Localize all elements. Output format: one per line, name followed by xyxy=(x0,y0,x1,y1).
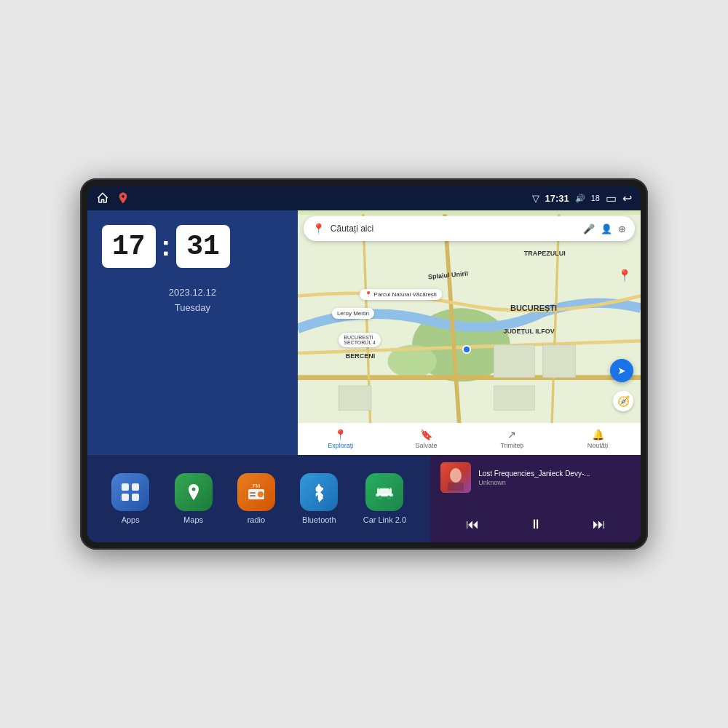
mic-icon[interactable]: 🎤 xyxy=(583,223,595,234)
maps-status-icon[interactable] xyxy=(116,191,130,205)
music-album-art xyxy=(440,462,471,493)
map-search-text: Căutați aici xyxy=(331,223,373,234)
main-content: 17 : 31 2023.12.12 Tuesday xyxy=(87,210,641,455)
park-chip[interactable]: 📍 Parcul Natural Văcărești xyxy=(360,289,442,300)
clock-minutes: 31 xyxy=(176,225,230,268)
home-icon[interactable] xyxy=(96,191,109,205)
bluetooth-label: Bluetooth xyxy=(302,515,336,524)
sector4-chip: BUCUREȘTISECTORUL 4 xyxy=(339,333,381,347)
leroy-chip[interactable]: Leroy Merlin xyxy=(332,308,374,319)
apps-label: Apps xyxy=(122,515,140,524)
carlink-label: Car Link 2.0 xyxy=(363,515,406,524)
date-display: 2023.12.12 Tuesday xyxy=(102,285,283,316)
car-display-device: ▽ 17:31 🔊 18 ▭ ↩ 17 : 31 2023.12.12 Tues… xyxy=(80,178,648,550)
apps-grid-icon xyxy=(120,482,141,502)
svg-rect-13 xyxy=(122,483,129,491)
carlink-icon-wrapper xyxy=(365,473,403,511)
device-screen: ▽ 17:31 🔊 18 ▭ ↩ 17 : 31 2023.12.12 Tues… xyxy=(87,186,641,542)
map-search-bar[interactable]: 📍 Căutați aici 🎤 👤 ⊕ xyxy=(304,216,635,241)
date-value: 2023.12.12 xyxy=(102,285,283,301)
news-label: Noutăți xyxy=(587,442,609,449)
apps-icon-wrapper xyxy=(111,473,149,511)
music-text: Lost Frequencies_Janieck Devy-... Unknow… xyxy=(478,470,630,486)
bluetooth-icon-wrapper xyxy=(300,473,338,511)
map-area[interactable]: Google 📍 Căutați aici 🎤 👤 ⊕ BUCUREȘTI xyxy=(298,210,641,455)
map-label-ilfov: JUDEȚUL ILFOV xyxy=(504,328,555,335)
map-label-bucuresti: BUCUREȘTI xyxy=(510,304,557,312)
radio-icon: FM xyxy=(246,482,266,502)
share-label: Trimiteți xyxy=(500,442,523,449)
day-value: Tuesday xyxy=(102,301,283,316)
back-icon[interactable]: ↩ xyxy=(622,191,632,205)
app-item-carlink[interactable]: Car Link 2.0 xyxy=(363,473,406,524)
svg-rect-14 xyxy=(132,483,139,491)
saved-icon: 🔖 xyxy=(420,429,432,440)
account-icon[interactable]: 👤 xyxy=(601,223,612,234)
svg-rect-23 xyxy=(376,494,393,496)
map-label-berceni: BERCENI xyxy=(346,352,376,360)
svg-point-24 xyxy=(379,496,382,499)
radio-label: radio xyxy=(248,515,265,524)
map-nav-saved[interactable]: 🔖 Salvate xyxy=(384,429,470,449)
svg-rect-20 xyxy=(250,495,256,496)
svg-text:FM: FM xyxy=(253,483,260,488)
explore-label: Explorați xyxy=(328,442,353,449)
signal-icon: ▽ xyxy=(532,193,539,204)
bottom-section: Apps Maps xyxy=(87,455,641,542)
app-item-radio[interactable]: FM radio xyxy=(237,473,275,524)
battery-icon: ▭ xyxy=(606,191,617,205)
music-controls: ⏮ ⏸ ⏭ xyxy=(440,514,630,535)
music-prev-button[interactable]: ⏮ xyxy=(460,514,485,535)
svg-point-25 xyxy=(387,496,391,499)
svg-point-27 xyxy=(450,468,462,483)
svg-rect-15 xyxy=(122,494,129,501)
compass-button[interactable]: 🧭 xyxy=(613,391,633,411)
app-item-bluetooth[interactable]: Bluetooth xyxy=(300,473,338,524)
navigate-icon: ➤ xyxy=(617,365,626,376)
map-nav-explore[interactable]: 📍 Explorați xyxy=(298,429,384,449)
map-label-trapezului: TRAPEZULUI xyxy=(524,250,566,257)
radio-icon-wrapper: FM xyxy=(237,473,275,511)
music-next-button[interactable]: ⏭ xyxy=(587,514,612,535)
map-search-actions: 🎤 👤 ⊕ xyxy=(583,223,626,234)
volume-icon: 🔊 xyxy=(575,194,585,203)
map-search-pin-icon: 📍 xyxy=(312,223,325,234)
maps-icon xyxy=(183,482,204,502)
map-nav-news[interactable]: 🔔 Noutăți xyxy=(555,429,641,449)
maps-label: Maps xyxy=(183,515,203,524)
svg-rect-8 xyxy=(494,345,534,378)
apps-panel: Apps Maps xyxy=(87,455,430,542)
volume-level: 18 xyxy=(591,194,600,202)
svg-rect-16 xyxy=(132,494,139,501)
music-thumbnail-inner xyxy=(440,462,471,493)
music-info: Lost Frequencies_Janieck Devy-... Unknow… xyxy=(440,462,630,493)
svg-rect-11 xyxy=(339,386,371,411)
clock-hours: 17 xyxy=(102,225,156,268)
clock-colon: : xyxy=(162,225,171,268)
music-artist: Unknown xyxy=(478,479,630,486)
status-right-icons: ▽ 17:31 🔊 18 ▭ ↩ xyxy=(532,191,633,205)
app-item-maps[interactable]: Maps xyxy=(175,473,213,524)
music-thumbnail xyxy=(440,462,471,493)
svg-rect-28 xyxy=(448,483,464,491)
status-bar: ▽ 17:31 🔊 18 ▭ ↩ xyxy=(87,186,641,210)
music-panel: Lost Frequencies_Janieck Devy-... Unknow… xyxy=(430,455,641,542)
user-location-dot xyxy=(462,345,471,354)
map-panel[interactable]: Google 📍 Căutați aici 🎤 👤 ⊕ BUCUREȘTI xyxy=(298,210,641,455)
layers-icon[interactable]: ⊕ xyxy=(618,223,626,234)
map-nav-share[interactable]: ↗ Trimiteți xyxy=(469,429,555,449)
share-icon: ↗ xyxy=(507,429,516,440)
compass-icon: 🧭 xyxy=(617,395,630,407)
svg-point-18 xyxy=(258,491,264,497)
carlink-icon xyxy=(374,482,395,502)
saved-label: Salvate xyxy=(415,442,437,449)
app-item-apps[interactable]: Apps xyxy=(111,473,149,524)
navigate-button[interactable]: ➤ xyxy=(610,359,633,382)
svg-rect-19 xyxy=(250,492,256,494)
svg-rect-10 xyxy=(494,386,534,411)
music-title: Lost Frequencies_Janieck Devy-... xyxy=(478,470,630,478)
svg-rect-9 xyxy=(542,345,575,378)
music-play-button[interactable]: ⏸ xyxy=(523,514,548,535)
map-red-pin: 📍 xyxy=(617,269,632,282)
explore-icon: 📍 xyxy=(334,429,347,440)
